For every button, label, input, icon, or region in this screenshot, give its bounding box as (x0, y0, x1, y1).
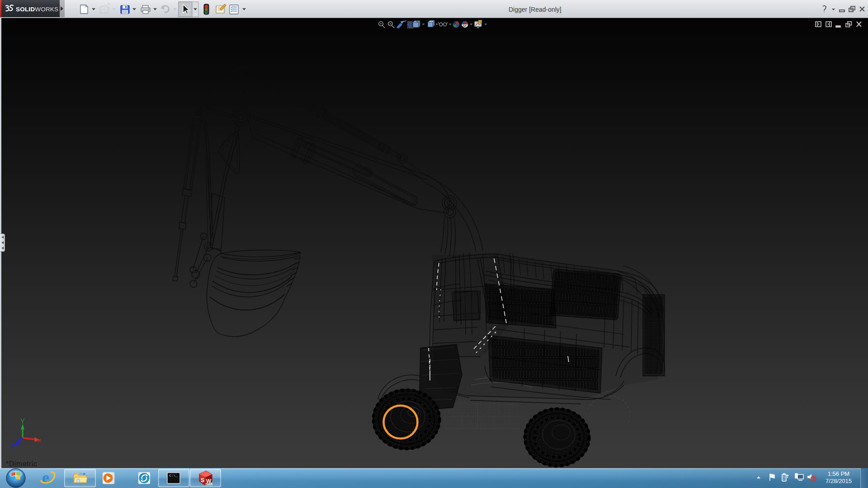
svg-text:S: S (201, 477, 204, 483)
svg-text:C:\_: C:\_ (169, 474, 178, 478)
svg-text:e: e (42, 469, 49, 487)
svg-text:2015: 2015 (205, 483, 212, 486)
